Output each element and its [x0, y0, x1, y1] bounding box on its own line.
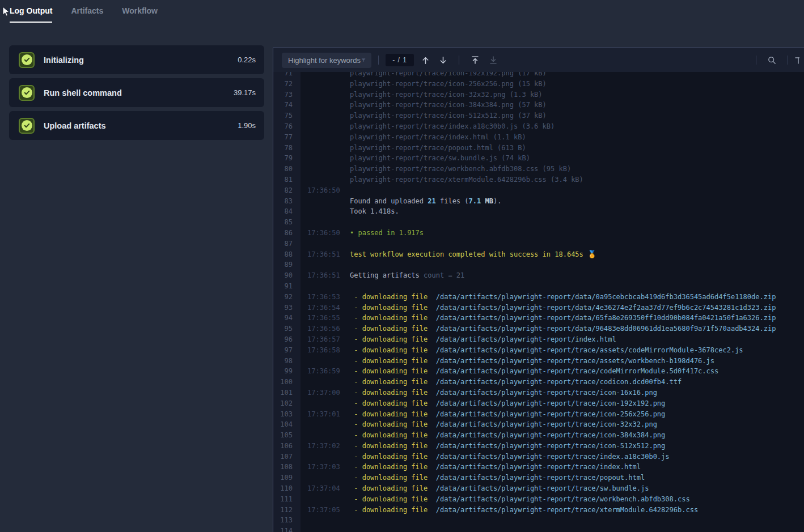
line-number[interactable]: 97	[273, 345, 301, 356]
scroll-to-bottom-button[interactable]	[488, 55, 498, 65]
arrow-down-icon	[438, 56, 448, 65]
line-number[interactable]: 109	[273, 473, 301, 483]
timestamp: 17:36:50	[301, 228, 349, 239]
line-number[interactable]: 75	[273, 110, 301, 121]
log-line: 71playwright-report/trace/icon-192x192.p…	[273, 72, 804, 79]
log-text: playwright-report/trace/index.html (1.1 …	[349, 132, 526, 143]
success-check-icon	[19, 118, 35, 134]
timestamp: 17:36:50	[301, 185, 349, 196]
clipped-edge-button[interactable]	[795, 56, 799, 65]
step-card-initializing[interactable]: Initializing 0.22s	[9, 45, 264, 74]
log-toolbar: Highlight for keywords - / 1	[273, 48, 804, 72]
tab-bar: Log Output Artifacts Workflow	[10, 0, 158, 23]
previous-match-button[interactable]	[421, 56, 430, 65]
line-number[interactable]: 89	[273, 259, 301, 270]
log-line: 72playwright-report/trace/icon-256x256.p…	[273, 79, 804, 90]
line-number[interactable]: 110	[273, 483, 301, 494]
timestamp: 17:36:53	[301, 292, 349, 303]
log-line: 9417:36:55 - downloading file /data/arti…	[273, 313, 804, 324]
line-number[interactable]: 87	[273, 239, 301, 249]
log-text: playwright-report/trace/index.a18c30b0.j…	[349, 121, 555, 132]
line-number[interactable]: 71	[273, 72, 301, 79]
line-number[interactable]: 102	[273, 398, 301, 409]
log-text: playwright-report/trace/icon-192x192.png…	[349, 72, 547, 79]
line-number[interactable]: 94	[273, 313, 301, 324]
line-number[interactable]: 85	[273, 217, 301, 228]
log-line: 87	[273, 239, 804, 249]
timestamp	[301, 515, 349, 526]
step-card-run-shell-command[interactable]: Run shell command 39.17s	[9, 78, 264, 107]
timestamp	[301, 153, 349, 164]
line-number[interactable]: 100	[273, 377, 301, 388]
timestamp	[301, 100, 349, 110]
line-number[interactable]: 98	[273, 356, 301, 367]
timestamp	[301, 132, 349, 143]
log-text: - downloading file /data/artifacts/playw…	[349, 292, 776, 303]
line-number[interactable]: 107	[273, 452, 301, 462]
line-number[interactable]: 90	[273, 270, 301, 281]
line-number[interactable]: 99	[273, 366, 301, 377]
line-number[interactable]: 92	[273, 292, 301, 303]
line-number[interactable]: 72	[273, 79, 301, 90]
line-number[interactable]: 83	[273, 196, 301, 207]
log-line: 98 - downloading file /data/artifacts/pl…	[273, 356, 804, 367]
line-number[interactable]: 111	[273, 494, 301, 505]
log-line: 81playwright-report/trace/xtermModule.64…	[273, 175, 804, 185]
line-number[interactable]: 74	[273, 100, 301, 110]
line-number[interactable]: 96	[273, 334, 301, 345]
line-number[interactable]: 81	[273, 175, 301, 185]
tab-artifacts[interactable]: Artifacts	[71, 0, 103, 23]
log-line: 10317:37:01 - downloading file /data/art…	[273, 409, 804, 420]
timestamp: 17:36:54	[301, 303, 349, 313]
search-button[interactable]	[767, 56, 777, 65]
log-scroll-area[interactable]: 71playwright-report/trace/icon-192x192.p…	[273, 72, 804, 532]
timestamp	[301, 259, 349, 270]
line-number[interactable]: 91	[273, 281, 301, 292]
scroll-to-top-icon	[470, 55, 480, 65]
line-number[interactable]: 101	[273, 388, 301, 398]
line-number[interactable]: 106	[273, 441, 301, 452]
tab-log-output[interactable]: Log Output	[10, 0, 52, 23]
log-line: 11217:37:05 - downloading file /data/art…	[273, 505, 804, 516]
line-number[interactable]: 76	[273, 121, 301, 132]
log-text: - downloading file /data/artifacts/playw…	[349, 398, 665, 409]
tab-workflow[interactable]: Workflow	[122, 0, 158, 23]
scroll-to-bottom-icon	[488, 55, 498, 65]
line-number[interactable]: 79	[273, 153, 301, 164]
line-number[interactable]: 114	[273, 526, 301, 532]
timestamp	[301, 430, 349, 441]
line-number[interactable]: 105	[273, 430, 301, 441]
line-number[interactable]: 95	[273, 324, 301, 334]
steps-sidebar: Initializing 0.22s Run shell command 39.…	[9, 45, 264, 140]
line-number[interactable]: 103	[273, 409, 301, 420]
keyword-highlight-input[interactable]: Highlight for keywords	[282, 53, 371, 68]
line-number[interactable]: 80	[273, 164, 301, 175]
timestamp	[301, 281, 349, 292]
line-number[interactable]: 86	[273, 228, 301, 239]
timestamp: 17:37:05	[301, 505, 349, 516]
line-number[interactable]: 108	[273, 462, 301, 473]
log-text	[349, 185, 350, 196]
log-text: playwright-report/trace/xtermModule.6428…	[349, 175, 583, 185]
log-text: - downloading file /data/artifacts/playw…	[349, 388, 657, 398]
step-card-upload-artifacts[interactable]: Upload artifacts 1.90s	[9, 111, 264, 140]
log-text: playwright-report/trace/popout.html (613…	[349, 143, 526, 154]
timestamp: 17:36:59	[301, 366, 349, 377]
log-text	[349, 281, 350, 292]
line-number[interactable]: 112	[273, 505, 301, 516]
line-number[interactable]: 88	[273, 249, 301, 260]
line-number[interactable]: 77	[273, 132, 301, 143]
next-match-button[interactable]	[438, 56, 448, 65]
line-number[interactable]: 104	[273, 419, 301, 430]
line-number[interactable]: 93	[273, 303, 301, 313]
line-number[interactable]: 113	[273, 515, 301, 526]
scroll-to-top-button[interactable]	[470, 55, 480, 65]
log-line: 91	[273, 281, 804, 292]
line-number[interactable]: 84	[273, 206, 301, 217]
line-number[interactable]: 78	[273, 143, 301, 154]
line-number[interactable]: 73	[273, 90, 301, 100]
line-number[interactable]: 82	[273, 185, 301, 196]
timestamp: 17:36:58	[301, 345, 349, 356]
log-lines: 71playwright-report/trace/icon-192x192.p…	[273, 72, 804, 532]
log-line: 9017:36:51Getting artifacts count = 21	[273, 270, 804, 281]
